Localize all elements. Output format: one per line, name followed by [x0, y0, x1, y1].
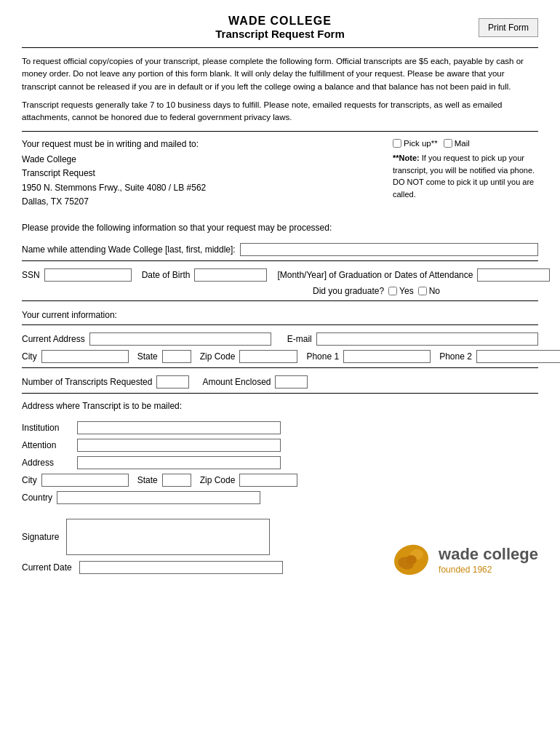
city-label: City [22, 351, 37, 362]
delivery-options: Pick up** Mail [393, 139, 538, 148]
note-bold: **Note: [393, 154, 420, 162]
state2-input[interactable] [162, 474, 191, 487]
signature-section: Signature Current Date [22, 519, 283, 580]
yes-checkbox[interactable] [388, 287, 397, 295]
phone1-input[interactable] [343, 350, 431, 363]
signature-box[interactable] [66, 519, 270, 555]
zip2-label: Zip Code [200, 475, 236, 485]
intro-divider [22, 131, 538, 132]
ssn-label: SSN [22, 270, 40, 280]
city2-label: City [22, 475, 37, 485]
attention-input[interactable] [77, 439, 281, 452]
name-row: Name while attending Wade College [last,… [22, 243, 538, 256]
mailing-address-section: Address where Transcript is to be mailed… [22, 401, 538, 504]
pickup-checkbox[interactable] [393, 139, 401, 148]
grad-date-input[interactable] [477, 268, 550, 282]
current-divider [22, 367, 538, 368]
address2-input[interactable] [77, 456, 281, 469]
date-input[interactable] [79, 561, 283, 574]
pickup-option[interactable]: Pick up** [393, 139, 438, 148]
no-checkbox[interactable] [418, 287, 427, 295]
graduate-row: Did you graduate? Yes No [313, 286, 538, 296]
attention-row: Attention [22, 439, 538, 452]
yes-option[interactable]: Yes [388, 286, 414, 296]
state2-label: State [137, 475, 158, 485]
logo-text: wade college founded 1962 [439, 545, 538, 575]
date-row: Current Date [22, 561, 283, 574]
email-label: E-mail [287, 334, 312, 344]
request-instruction: Your request must be in writing and mail… [22, 139, 378, 149]
address-street: 1950 N. Stemmons Frwy., Suite 4080 / LB … [22, 181, 378, 195]
logo-area: wade college founded 1962 [391, 540, 538, 580]
current-address-label: Current Address [22, 334, 85, 344]
ssn-dob-row: SSN Date of Birth [Month/Year] of Gradua… [22, 268, 538, 282]
date-label: Current Date [22, 562, 72, 573]
grad-date-label: [Month/Year] of Graduation or Dates of A… [277, 270, 473, 280]
intro-paragraph-1: To request official copy/copies of your … [22, 55, 538, 93]
logo-founded: founded 1962 [439, 565, 538, 575]
intro-paragraph-2: Transcript requests generally take 7 to … [22, 99, 538, 124]
phone2-label: Phone 2 [439, 351, 472, 362]
logo-blob-icon [391, 540, 431, 580]
attention-label: Attention [22, 440, 73, 450]
yes-label: Yes [399, 286, 414, 296]
address-dept: Transcript Request [22, 167, 378, 180]
dob-input[interactable] [194, 268, 267, 282]
address-institution: Wade College [22, 153, 378, 167]
mail-checkbox[interactable] [444, 139, 452, 148]
no-option[interactable]: No [418, 286, 440, 296]
mailing-left: Your request must be in writing and mail… [22, 139, 378, 233]
phone2-input[interactable] [476, 350, 560, 363]
college-name: WADE COLLEGE [22, 15, 538, 28]
country-input[interactable] [57, 491, 260, 504]
current-address-input[interactable] [89, 332, 271, 346]
phone1-label: Phone 1 [306, 351, 339, 362]
pickup-note: **Note: If you request to pick up your t… [393, 152, 538, 200]
signature-row: Signature [22, 519, 283, 555]
current-info-section: Your current information: Current Addres… [22, 310, 538, 363]
provide-info-label: Please provide the following information… [22, 223, 378, 233]
svg-point-3 [406, 555, 417, 565]
address-city: Dallas, TX 75207 [22, 195, 378, 209]
mailing-section: Your request must be in writing and mail… [22, 139, 538, 233]
name-input[interactable] [240, 243, 538, 256]
state-input[interactable] [162, 350, 191, 363]
state-label: State [137, 351, 158, 362]
pickup-section: Pick up** Mail **Note: If you request to… [393, 139, 538, 233]
email-input[interactable] [316, 332, 538, 346]
amount-input[interactable] [275, 375, 308, 389]
mail-option[interactable]: Mail [444, 139, 470, 148]
institution-input[interactable] [77, 421, 281, 434]
pickup-label: Pick up** [404, 139, 438, 148]
address-email-row: Current Address E-mail [22, 332, 538, 346]
name-label: Name while attending Wade College [last,… [22, 244, 236, 255]
country-row: Country [22, 491, 538, 504]
zip2-input[interactable] [239, 474, 297, 487]
city2-row: City State Zip Code [22, 474, 538, 487]
graduate-label: Did you graduate? [313, 286, 384, 296]
trans-amount-row: Number of Transcripts Requested Amount E… [22, 375, 538, 389]
amount-label: Amount Enclosed [202, 377, 271, 387]
mail-label: Mail [455, 139, 470, 148]
address2-label: Address [22, 458, 73, 468]
grad-divider [22, 300, 538, 301]
logo-college-name: wade college [439, 545, 538, 564]
current-info-label: Your current information: [22, 310, 538, 320]
name-divider [22, 260, 538, 261]
num-trans-input[interactable] [156, 375, 189, 389]
ssn-input[interactable] [44, 268, 132, 282]
college-address: Wade College Transcript Request 1950 N. … [22, 153, 378, 209]
city2-input[interactable] [41, 474, 129, 487]
current-info-line [22, 324, 538, 325]
signature-label: Signature [22, 532, 59, 542]
city-input[interactable] [41, 350, 129, 363]
city-phone-row: City State Zip Code Phone 1 Phone 2 [22, 350, 538, 363]
form-title: Transcript Request Form [22, 28, 538, 40]
zip-input[interactable] [239, 350, 297, 363]
address2-row: Address [22, 456, 538, 469]
num-trans-label: Number of Transcripts Requested [22, 377, 152, 387]
print-button[interactable]: Print Form [479, 18, 538, 37]
institution-row: Institution [22, 421, 538, 434]
header-divider [22, 47, 538, 48]
trans-divider [22, 393, 538, 394]
